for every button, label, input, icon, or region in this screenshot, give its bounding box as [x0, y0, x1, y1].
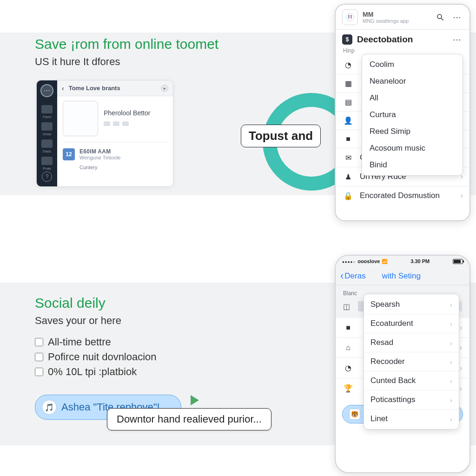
- mini-sidebar-icon[interactable]: [41, 122, 53, 131]
- checkbox[interactable]: [35, 368, 43, 376]
- phone1-section-title: Deectobation: [357, 34, 413, 45]
- lock-icon: 🔒: [343, 192, 353, 200]
- mini-playback-controls[interactable]: [104, 121, 150, 126]
- mini-app-avatar-icon[interactable]: [40, 84, 53, 97]
- more-icon[interactable]: ⋯: [451, 11, 463, 23]
- chevron-right-icon: ›: [450, 377, 452, 385]
- list-item[interactable]: 🔒 Encorated Dosmustion ›: [336, 186, 469, 205]
- dropdown-item[interactable]: Resad›: [364, 333, 459, 352]
- svg-point-1: [348, 15, 350, 16]
- phone1-section-header: $ Deectobation ⋯: [336, 30, 469, 46]
- help-icon[interactable]: ?: [42, 172, 52, 182]
- phone-bottom: oooslove 3.30 PM ‹Deras with Seting Blan…: [335, 255, 470, 473]
- clock-icon: ◔: [343, 364, 353, 372]
- checklist-label: 0% 10L tpi :platbiok: [48, 366, 137, 378]
- pill-icon: 🎵: [42, 400, 57, 415]
- back-icon[interactable]: ‹: [62, 85, 64, 92]
- back-label: Deras: [344, 271, 365, 281]
- mini-app-sidebar: Fand Onse Dass Poas ?: [37, 80, 57, 186]
- section-2: Social deily Saves your or here All-time…: [35, 295, 277, 420]
- chevron-right-icon: ›: [450, 301, 452, 309]
- dollar-badge-icon: $: [342, 34, 352, 45]
- dropdown-item[interactable]: Poticasttings›: [364, 390, 459, 409]
- mini-item-title: E60IM AAM: [79, 148, 120, 155]
- dropdown-item[interactable]: Ecoaturdent›: [364, 314, 459, 333]
- chevron-right-icon: ›: [460, 384, 462, 393]
- chevron-right-icon: ›: [450, 339, 452, 347]
- back-button[interactable]: ‹Deras: [340, 271, 366, 281]
- signal-icon: [342, 258, 356, 264]
- mail-icon: ✉: [343, 153, 353, 162]
- phone2-navbar: ‹Deras with Seting: [336, 267, 469, 285]
- bolt-icon: ■: [343, 324, 353, 332]
- mini-item-number: 12: [63, 148, 75, 160]
- phone1-header: MM MNG swattimgs app ⋯: [336, 5, 469, 30]
- search-icon[interactable]: [434, 11, 446, 23]
- mini-app-titlebar: ‹ Tome Love brants ▸: [57, 80, 173, 96]
- mini-list-item[interactable]: 12 E60IM AAM Wengune Tintoole: [63, 146, 167, 163]
- grid-icon: ▤: [343, 98, 353, 106]
- checklist-item[interactable]: 0% 10L tpi :platbiok: [35, 366, 277, 378]
- list-item-label: Encorated Dosmustion: [360, 191, 454, 200]
- chevron-right-icon: ›: [450, 358, 452, 366]
- dropdown-item[interactable]: Coolim: [362, 56, 463, 73]
- chevron-right-icon: ›: [460, 324, 462, 332]
- status-time: 3.30 PM: [410, 258, 430, 264]
- mini-sidebar-icon[interactable]: [41, 157, 53, 165]
- dropdown-item[interactable]: Curtura: [362, 106, 463, 123]
- svg-point-3: [437, 14, 442, 19]
- carrier-label: oooslove: [357, 258, 380, 264]
- chevron-right-icon: ›: [461, 192, 463, 200]
- dropdown-item[interactable]: Reed Simip: [362, 123, 463, 140]
- checklist-item[interactable]: All-time bettre: [35, 336, 277, 348]
- mini-item-sub: Wengune Tintoole: [79, 155, 120, 160]
- checklist-label: Pofirce nuit dovnloacion: [48, 351, 157, 363]
- mini-card-label: Pherolool Bettor: [104, 109, 150, 117]
- phone1-dropdown[interactable]: Coolim Neaneloor All Curtura Reed Simip …: [362, 54, 463, 176]
- phone1-app-sub: MNG swattimgs app: [363, 18, 409, 24]
- section-1: Save ¡rom from online toomet US it hure …: [35, 36, 277, 68]
- gear-icon: ▦: [343, 79, 353, 88]
- section-1-sub: US it hure It dfores: [35, 56, 277, 68]
- phone2-title: with Seting: [369, 271, 434, 281]
- more-icon[interactable]: ⋯: [451, 33, 463, 46]
- section-1-heading: Save ¡rom from online toomet: [35, 36, 277, 52]
- mini-app-window: Fand Onse Dass Poas ? ‹ Tome Love brants…: [36, 80, 173, 187]
- dropdown-item[interactable]: Binid: [362, 157, 463, 173]
- app-icon[interactable]: [342, 9, 358, 25]
- dropdown-item[interactable]: Linet›: [364, 409, 459, 428]
- mini-app-main: ‹ Tome Love brants ▸ Pherolool Bettor 12…: [57, 80, 173, 186]
- dropdown-item[interactable]: All: [362, 90, 463, 106]
- clock-icon: ◔: [343, 60, 353, 69]
- bolt-icon: ■: [343, 135, 353, 143]
- play-icon[interactable]: [191, 395, 199, 405]
- checkbox[interactable]: [35, 353, 43, 361]
- center-tag-label: Topust and: [241, 125, 321, 147]
- mini-sidebar-icon[interactable]: [41, 139, 53, 148]
- tooltip: Downtor hand realieved purior...: [107, 408, 271, 430]
- section-2-sub: Saves your or here: [35, 315, 277, 327]
- phone-top: MM MNG swattimgs app ⋯ $ Deectobation ⋯ …: [335, 4, 470, 221]
- dropdown-item[interactable]: Spearsh›: [364, 295, 459, 314]
- checkbox[interactable]: [35, 338, 43, 346]
- checklist-item[interactable]: Pofirce nuit dovnloacion: [35, 351, 277, 363]
- dropdown-item[interactable]: Cunted Back›: [364, 371, 459, 390]
- home-icon: ⌂: [343, 344, 353, 352]
- chevron-right-icon: ›: [450, 320, 452, 328]
- chevron-right-icon: ›: [460, 364, 462, 372]
- svg-line-4: [441, 18, 443, 20]
- dropdown-item[interactable]: Neaneloor: [362, 73, 463, 90]
- mini-thumbnail[interactable]: [63, 101, 98, 136]
- mini-sidebar-icon[interactable]: [41, 105, 53, 113]
- trophy-icon: 🏆: [343, 384, 353, 393]
- dropdown-item[interactable]: Acosoum music: [362, 140, 463, 157]
- svg-point-2: [350, 15, 352, 16]
- mini-item-title-2: Cuntery: [79, 165, 167, 170]
- mini-title-action-icon[interactable]: ▸: [161, 85, 168, 92]
- dropdown-item[interactable]: Recooder›: [364, 352, 459, 371]
- svg-point-0: [346, 13, 354, 21]
- battery-icon: [453, 259, 463, 264]
- phone2-dropdown[interactable]: Spearsh› Ecoaturdent› Resad› Recooder› C…: [364, 294, 459, 430]
- person-icon: 👤: [343, 116, 353, 125]
- pill-icon: 🐯: [349, 409, 360, 420]
